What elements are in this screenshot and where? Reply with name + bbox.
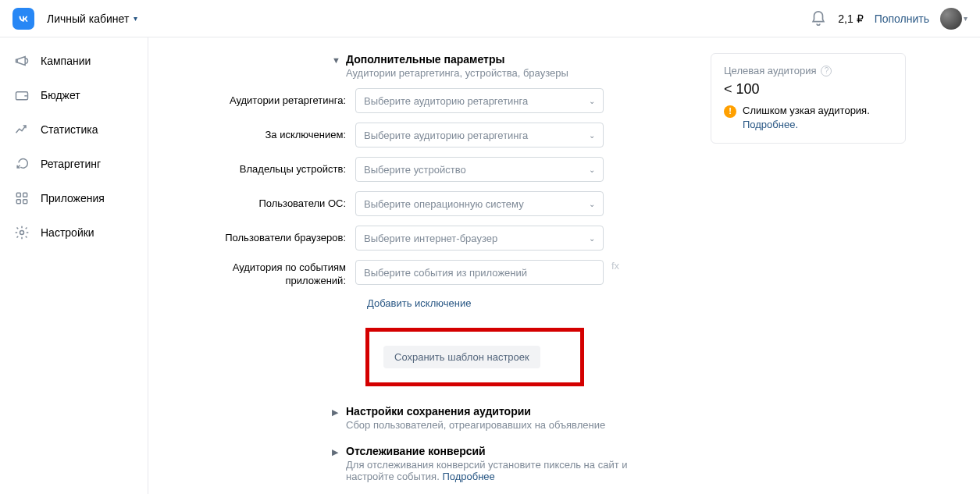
conversions-sub: Для отслеживания конверсий установите пи… [346,459,672,482]
conversions-learn-more-link[interactable]: Подробнее [442,471,494,482]
sidebar-item-retargeting[interactable]: Ретаргетинг [0,147,148,181]
chevron-down-icon: ⌄ [589,131,595,140]
chevron-down-icon: ⌄ [589,97,595,105]
sidebar-item-apps[interactable]: Приложения [0,181,148,215]
additional-params-title: Дополнительные параметры [346,53,672,66]
help-icon[interactable]: ? [821,66,832,76]
caret-right-icon[interactable]: ▶ [332,447,338,457]
sidebar-item-campaigns[interactable]: Кампании [0,44,148,78]
chart-icon [14,122,30,137]
sidebar-item-label: Ретаргетинг [41,158,101,170]
megaphone-icon [14,53,30,69]
balance-amount: 2,1 ₽ [838,12,863,25]
select-placeholder: Выберите операционную систему [364,198,524,210]
sidebar-item-statistics[interactable]: Статистика [0,112,148,147]
profile-menu[interactable]: ▾ [940,8,968,30]
svg-rect-3 [16,200,20,204]
chevron-down-icon: ⌄ [589,200,595,208]
device-owners-label: Владельцы устройств: [211,163,355,176]
svg-rect-1 [16,193,20,197]
chevron-down-icon: ⌄ [589,165,595,174]
chevron-down-icon: ⌄ [589,234,595,243]
caret-down-icon[interactable]: ▼ [332,55,338,65]
select-placeholder: Выберите интернет-браузер [364,233,497,244]
chevron-down-icon: ▾ [134,14,137,23]
audience-save-title: Настройки сохранения аудитории [346,405,672,418]
wallet-icon [14,87,30,103]
fx-icon[interactable]: fx [611,260,619,272]
sidebar-item-budget[interactable]: Бюджет [0,78,148,112]
sidebar-item-label: Статистика [41,123,98,136]
warning-icon: ! [724,105,736,118]
header: Личный кабинет ▾ 2,1 ₽ Пополнить ▾ [0,0,980,37]
except-select[interactable]: Выберите аудиторию ретаргетинга ⌄ [355,123,604,147]
chevron-down-icon: ▾ [964,14,968,23]
add-exception-link[interactable]: Добавить исключение [367,297,471,309]
account-title-text: Личный кабинет [47,12,129,25]
sidebar-item-label: Настройки [41,226,94,239]
audience-card-value: < 100 [724,81,893,98]
sidebar-item-label: Бюджет [41,89,80,101]
additional-params-sub: Аудитории ретаргетинга, устройства, брау… [346,67,672,79]
account-switcher[interactable]: Личный кабинет ▾ [47,12,137,25]
notifications-icon[interactable] [810,10,827,27]
conversions-title: Отслеживание конверсий [346,445,672,457]
os-users-label: Пользователи ОС: [211,197,355,211]
audience-warning-text: Слишком узкая аудитория. [743,105,870,116]
caret-right-icon[interactable]: ▶ [332,407,338,418]
sidebar-item-label: Кампании [41,55,91,67]
retarget-icon [14,156,30,172]
audience-save-sub: Сбор пользователей, отреагировавших на о… [346,419,672,431]
svg-point-5 [20,231,24,235]
avatar [940,8,962,30]
svg-rect-2 [23,193,27,197]
select-placeholder: Выберите события из приложений [364,267,527,279]
sidebar: Кампании Бюджет Статистика Ретаргетинг П… [0,37,148,494]
main-content: ▼ Дополнительные параметры Аудитории рет… [148,37,980,494]
vk-logo[interactable] [12,8,34,30]
sidebar-item-label: Приложения [41,192,105,204]
select-placeholder: Выберите аудиторию ретаргетинга [364,130,528,141]
retargeting-audiences-select[interactable]: Выберите аудиторию ретаргетинга ⌄ [355,88,604,113]
save-template-button[interactable]: Сохранить шаблон настроек [383,346,540,368]
audience-card: Целевая аудитория ? < 100 ! Слишком узка… [711,53,906,144]
audience-warning-link[interactable]: Подробнее. [743,119,798,130]
audience-card-label: Целевая аудитория [724,65,816,76]
app-events-select[interactable]: Выберите события из приложений [355,260,604,285]
retargeting-audiences-label: Аудитории ретаргетинга: [211,94,355,108]
gear-icon [14,225,30,240]
select-placeholder: Выберите аудиторию ретаргетинга [364,95,528,107]
os-users-select[interactable]: Выберите операционную систему ⌄ [355,191,604,216]
select-placeholder: Выберите устройство [364,164,466,176]
device-owners-select[interactable]: Выберите устройство ⌄ [355,157,604,182]
highlight-box: Сохранить шаблон настроек [365,328,584,386]
apps-icon [14,190,30,206]
browser-users-label: Пользователи браузеров: [211,232,355,245]
except-label: За исключением: [211,129,355,142]
svg-rect-4 [23,200,27,204]
browser-users-select[interactable]: Выберите интернет-браузер ⌄ [355,226,604,251]
topup-link[interactable]: Пополнить [875,12,929,25]
audience-warning: Слишком узкая аудитория. Подробнее. [743,104,893,132]
app-events-label: Аудитория по событиям приложений: [211,260,355,288]
sidebar-item-settings[interactable]: Настройки [0,215,148,250]
